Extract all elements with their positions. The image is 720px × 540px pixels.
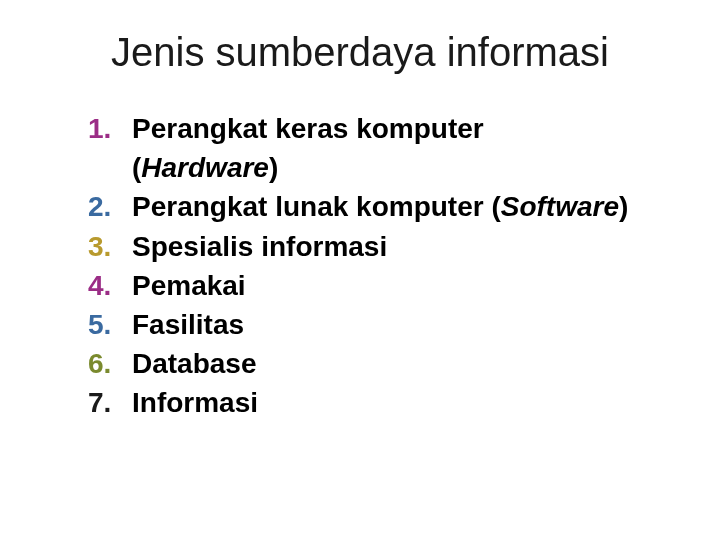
resource-list: Perangkat keras komputer (Hardware) Pera…: [88, 109, 632, 423]
list-item-text: Fasilitas: [132, 309, 244, 340]
list-item: Database: [88, 344, 632, 383]
list-item-em: Hardware: [141, 152, 269, 183]
list-item: Pemakai: [88, 266, 632, 305]
list-item-text: Spesialis informasi: [132, 231, 387, 262]
slide: Jenis sumberdaya informasi Perangkat ker…: [0, 0, 720, 540]
list-item: Spesialis informasi: [88, 227, 632, 266]
list-item-text: Database: [132, 348, 257, 379]
list-item-text: Pemakai: [132, 270, 246, 301]
list-item-post: ): [619, 191, 628, 222]
list-item-post: ): [269, 152, 278, 183]
list-item-em: Software: [501, 191, 619, 222]
list-item-text: Perangkat lunak komputer (: [132, 191, 501, 222]
list-item-text: Informasi: [132, 387, 258, 418]
list-item: Informasi: [88, 383, 632, 422]
slide-title: Jenis sumberdaya informasi: [88, 30, 632, 75]
list-item: Perangkat lunak komputer (Software): [88, 187, 632, 226]
list-item: Perangkat keras komputer (Hardware): [88, 109, 632, 187]
list-item: Fasilitas: [88, 305, 632, 344]
